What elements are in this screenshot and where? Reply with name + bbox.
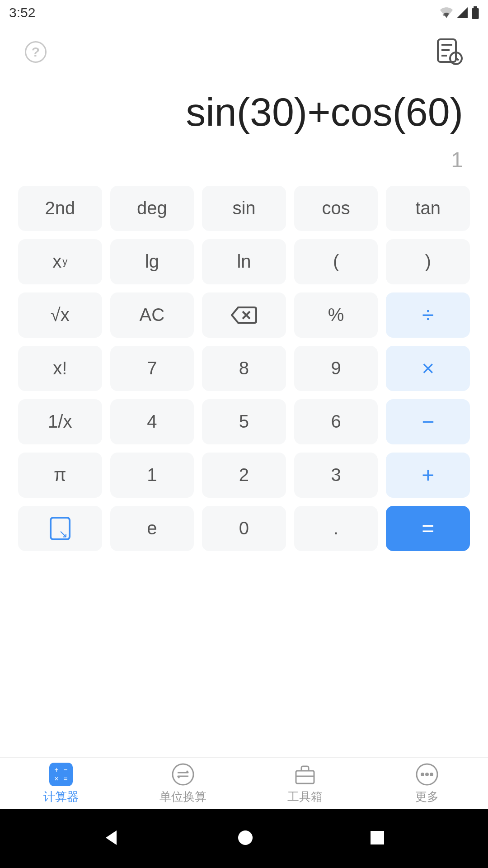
key-4[interactable]: 4 [110, 399, 194, 444]
key-lg[interactable]: lg [110, 239, 194, 284]
back-button[interactable] [103, 829, 121, 849]
result: 1 [25, 147, 463, 172]
collapse-icon [50, 517, 70, 540]
svg-rect-13 [296, 771, 314, 783]
nav-tools[interactable]: 工具箱 [244, 758, 366, 809]
nav-more-label: 更多 [415, 789, 439, 805]
key-sqrt[interactable]: √x [18, 292, 102, 338]
unit-convert-icon [171, 763, 195, 786]
status-bar: 3:52 × [0, 0, 488, 25]
svg-point-16 [422, 773, 424, 775]
toolbox-icon [293, 763, 317, 786]
key-rparen[interactable]: ) [386, 239, 470, 284]
nav-calculator-label: 计算器 [43, 789, 79, 805]
bottom-nav: +−×= 计算器 单位换算 工具箱 更多 [0, 757, 488, 809]
svg-rect-1 [474, 6, 477, 8]
keypad: 2nd deg sin cos tan xy lg ln ( ) √x AC %… [0, 186, 488, 551]
key-pi[interactable]: π [18, 453, 102, 498]
key-equals[interactable]: = [386, 506, 470, 551]
svg-text:×: × [442, 12, 446, 18]
wifi-off-icon: × [440, 7, 453, 18]
status-time: 3:52 [9, 5, 35, 20]
svg-point-19 [238, 830, 253, 845]
backspace-icon [231, 306, 257, 325]
nav-tools-label: 工具箱 [287, 789, 323, 805]
recent-button[interactable] [370, 830, 385, 847]
key-subtract[interactable]: − [386, 399, 470, 444]
key-deg[interactable]: deg [110, 186, 194, 231]
svg-rect-2 [472, 8, 479, 19]
expression: sin(30)+cos(60) [25, 88, 463, 136]
key-ln[interactable]: ln [202, 239, 286, 284]
key-multiply[interactable]: × [386, 346, 470, 391]
nav-calculator[interactable]: +−×= 计算器 [0, 758, 122, 809]
key-8[interactable]: 8 [202, 346, 286, 391]
key-cos[interactable]: cos [294, 186, 378, 231]
battery-icon [472, 6, 479, 19]
key-sin[interactable]: sin [202, 186, 286, 231]
key-backspace[interactable] [202, 292, 286, 338]
status-icons: × [440, 6, 479, 19]
nav-unit[interactable]: 单位换算 [122, 758, 244, 809]
key-2nd[interactable]: 2nd [18, 186, 102, 231]
key-9[interactable]: 9 [294, 346, 378, 391]
help-icon[interactable]: ? [25, 41, 47, 63]
more-icon [415, 763, 439, 786]
display: sin(30)+cos(60) 1 [0, 79, 488, 186]
key-add[interactable]: + [386, 453, 470, 498]
key-1[interactable]: 1 [110, 453, 194, 498]
calculator-icon: +−×= [49, 763, 73, 786]
key-lparen[interactable]: ( [294, 239, 378, 284]
svg-point-17 [426, 773, 428, 775]
nav-unit-label: 单位换算 [160, 789, 206, 805]
key-collapse[interactable] [18, 506, 102, 551]
key-3[interactable]: 3 [294, 453, 378, 498]
key-7[interactable]: 7 [110, 346, 194, 391]
key-tan[interactable]: tan [386, 186, 470, 231]
key-0[interactable]: 0 [202, 506, 286, 551]
key-factorial[interactable]: x! [18, 346, 102, 391]
key-reciprocal[interactable]: 1/x [18, 399, 102, 444]
top-bar: ? [0, 25, 488, 79]
key-ac[interactable]: AC [110, 292, 194, 338]
home-button[interactable] [237, 830, 253, 848]
history-icon[interactable] [434, 37, 463, 67]
key-e[interactable]: e [110, 506, 194, 551]
key-divide[interactable]: ÷ [386, 292, 470, 338]
key-2[interactable]: 2 [202, 453, 286, 498]
key-percent[interactable]: % [294, 292, 378, 338]
svg-point-18 [431, 773, 433, 775]
nav-more[interactable]: 更多 [366, 758, 488, 809]
key-5[interactable]: 5 [202, 399, 286, 444]
key-power[interactable]: xy [18, 239, 102, 284]
key-6[interactable]: 6 [294, 399, 378, 444]
svg-rect-20 [371, 831, 384, 844]
key-dot[interactable]: . [294, 506, 378, 551]
svg-point-12 [173, 764, 193, 785]
signal-icon [456, 7, 468, 18]
system-nav [0, 809, 488, 868]
